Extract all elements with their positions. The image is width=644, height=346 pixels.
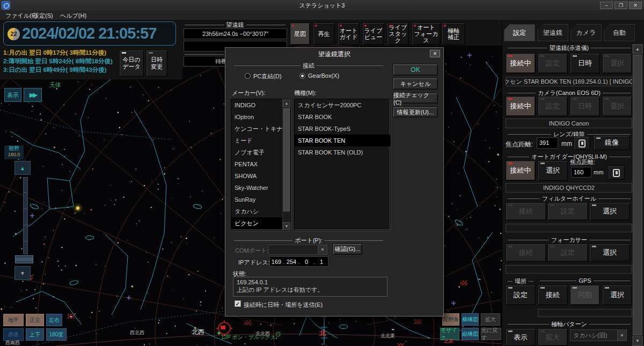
toolbar-button-3[interactable]: ライブビュー bbox=[362, 23, 384, 45]
list-scroll-thumb[interactable] bbox=[283, 108, 290, 211]
polar-pattern-dropdown[interactable]: タカハシ(旧)▼ bbox=[570, 329, 627, 341]
日時-button[interactable]: 日時 bbox=[570, 53, 600, 73]
model-item[interactable]: STAR BOOK bbox=[295, 111, 390, 123]
cancel-button[interactable]: キャンセル bbox=[393, 78, 438, 90]
frame-button-1[interactable]: 横構図 bbox=[462, 313, 479, 326]
frame-button-0[interactable]: 写野角 bbox=[442, 313, 459, 326]
scroll-up-button[interactable]: ▲ bbox=[633, 45, 642, 54]
view-button-3[interactable]: 赤道 bbox=[3, 328, 24, 341]
radio-label[interactable]: PC直結(D) bbox=[253, 72, 282, 80]
radio-label[interactable]: GearBox(X) bbox=[308, 72, 339, 79]
ip-segment[interactable]: 1 bbox=[315, 259, 328, 265]
tab-0[interactable]: 設定 bbox=[504, 24, 535, 41]
ip-address-input[interactable]: 169.254.0.1 bbox=[269, 256, 328, 267]
menu-help[interactable]: ヘルプ(H) bbox=[60, 12, 86, 20]
view-button-0[interactable]: 地平 bbox=[3, 314, 24, 326]
model-list[interactable]: スカイセンサー2000PCSTAR BOOKSTAR BOOK-TypeSSTA… bbox=[294, 99, 391, 231]
scroll-down-button[interactable]: ▼ bbox=[633, 336, 642, 345]
button-led bbox=[596, 137, 601, 139]
表示-button[interactable]: 表示 bbox=[506, 328, 536, 346]
tab-1[interactable]: 望遠鏡 bbox=[537, 24, 568, 41]
toolbar-button-2[interactable]: オートガイド bbox=[338, 23, 360, 45]
restore-button[interactable]: ❐ bbox=[614, 2, 627, 9]
tab-2[interactable]: カメラ bbox=[570, 24, 602, 41]
view-button-1[interactable]: 正立 bbox=[26, 314, 44, 326]
frame-button-4[interactable]: 縦構図 bbox=[462, 328, 479, 340]
tab-3[interactable]: 自動 bbox=[604, 24, 635, 41]
maker-item[interactable]: Sky-Watcher bbox=[231, 182, 290, 194]
menu-file[interactable]: ファイル(F) bbox=[5, 12, 37, 20]
maker-item[interactable]: INDIGO bbox=[231, 99, 290, 111]
toolbar-button-5[interactable]: オートフォーカス bbox=[412, 23, 441, 45]
model-label: 機種(M): bbox=[294, 89, 317, 97]
model-item[interactable]: STAR BOOK TEN bbox=[295, 135, 390, 146]
toolbar-button-6[interactable]: 極軸補正 bbox=[442, 23, 465, 45]
change-datetime-button[interactable]: 日時変更 bbox=[146, 50, 167, 77]
zoom-out-button[interactable]: ▼ bbox=[14, 266, 31, 280]
lens-focal-input[interactable]: 391 bbox=[537, 137, 558, 149]
fov-slider-track[interactable] bbox=[23, 177, 28, 254]
ip-segment[interactable]: 169 bbox=[270, 259, 283, 265]
fov-slider-handle[interactable] bbox=[15, 255, 33, 263]
button-led bbox=[550, 246, 554, 247]
選択-button[interactable]: 選択 bbox=[602, 285, 632, 305]
minimize-button[interactable]: – bbox=[600, 2, 613, 9]
接続中-button[interactable]: 接続中 bbox=[506, 53, 536, 73]
view-button-5[interactable]: 180度 bbox=[46, 328, 67, 341]
connection-check-button[interactable]: 接続チェック(C) bbox=[393, 93, 438, 104]
model-item[interactable]: STAR BOOK-TypeS bbox=[295, 123, 390, 135]
panel-scrollbar[interactable]: ▲ ▼ bbox=[632, 44, 643, 346]
menu-settings[interactable]: 設定(S) bbox=[33, 12, 53, 20]
maker-item[interactable]: iOptron bbox=[231, 111, 290, 123]
maker-item[interactable]: SHOWA bbox=[231, 170, 290, 182]
maker-list-scrollbar[interactable]: ▲ ▼ bbox=[282, 99, 290, 230]
list-scroll-down-icon[interactable]: ▼ bbox=[283, 222, 290, 230]
model-item[interactable]: STAR BOOK TEN (OLD) bbox=[295, 146, 390, 158]
com-port-dropdown[interactable]: ▼ bbox=[268, 245, 327, 255]
send-datetime-checkbox[interactable]: ✓ bbox=[235, 300, 241, 307]
接続中-button[interactable]: 接続中 bbox=[506, 160, 536, 181]
toolbar-button-4[interactable]: ライブスタック bbox=[387, 23, 409, 45]
info-update-button[interactable]: 情報更新(U)... bbox=[393, 107, 438, 117]
model-item[interactable]: スカイセンサー2000PC bbox=[295, 99, 390, 111]
toolbar-button-1[interactable]: 再生 bbox=[313, 23, 335, 45]
接続-button[interactable]: 接続 bbox=[538, 285, 568, 305]
maker-item[interactable]: ビクセン bbox=[231, 217, 290, 229]
view-button-4[interactable]: 上下 bbox=[26, 328, 44, 341]
選択-button[interactable]: 選択 bbox=[589, 244, 630, 262]
confirm-button[interactable]: 確認(G)... bbox=[333, 244, 362, 255]
ip-segment[interactable]: 0 bbox=[300, 259, 313, 265]
選択-button[interactable]: 選択 bbox=[589, 202, 630, 220]
guider-focal-input[interactable]: 160 bbox=[571, 167, 591, 178]
設定-button[interactable]: 設定 bbox=[506, 285, 536, 305]
ip-segment[interactable]: 254 bbox=[285, 259, 298, 265]
maker-item[interactable]: ケンコー・トキナー bbox=[231, 123, 290, 135]
clock-box[interactable]: 22 2024/02/02 21:05:57 bbox=[3, 21, 176, 46]
focal-calc-button[interactable] bbox=[574, 136, 590, 150]
接続中-button[interactable]: 接続中 bbox=[506, 96, 536, 116]
maker-item[interactable]: タカハシ bbox=[231, 205, 290, 217]
maker-item[interactable]: ノブオ電子 bbox=[231, 146, 290, 158]
view-button-2[interactable]: 左右 bbox=[46, 314, 62, 326]
maker-item[interactable]: PENTAX bbox=[231, 158, 290, 170]
toolbar-star-chart[interactable]: 星図 bbox=[290, 23, 310, 45]
list-scroll-up-icon[interactable]: ▲ bbox=[283, 99, 290, 107]
radio-unchecked-icon[interactable] bbox=[245, 73, 251, 79]
sky-display-button[interactable]: 表示 bbox=[4, 88, 21, 102]
guider-focal-calc-button[interactable] bbox=[608, 166, 625, 180]
maker-item[interactable]: ミード bbox=[231, 135, 290, 146]
frame-button-2[interactable]: 拡大 bbox=[481, 313, 500, 326]
today-data-button[interactable]: 今日のデータ bbox=[119, 50, 144, 77]
radio-checked-icon[interactable] bbox=[299, 73, 305, 79]
zoom-in-button[interactable]: ▲ bbox=[14, 161, 31, 175]
fast-forward-button[interactable]: ▶▶ bbox=[24, 88, 42, 102]
ok-button[interactable]: OK bbox=[393, 64, 438, 76]
鏡像-button[interactable]: 鏡像 bbox=[594, 135, 630, 150]
maker-list[interactable]: INDIGOiOptronケンコー・トキナーミードノブオ電子PENTAXSHOW… bbox=[231, 99, 291, 231]
選択-button[interactable]: 選択 bbox=[538, 160, 568, 181]
frame-button-5[interactable]: 元に戻す bbox=[481, 328, 501, 340]
maker-item[interactable]: SunRay bbox=[231, 194, 290, 205]
close-button[interactable]: ✕ bbox=[629, 2, 642, 9]
scrollbar-thumb[interactable] bbox=[633, 55, 642, 335]
dialog-close-icon[interactable]: ✕ bbox=[430, 50, 440, 57]
